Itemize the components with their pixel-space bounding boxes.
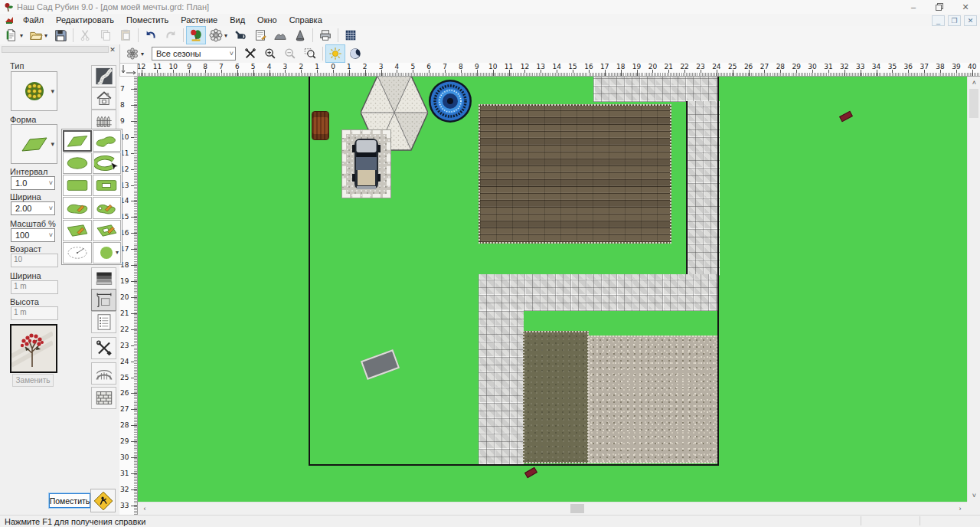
gravel-area[interactable] (588, 336, 718, 463)
terrain-button[interactable] (270, 26, 290, 44)
tools-category-button[interactable] (91, 337, 116, 359)
shape-option-rectangle-hole[interactable] (93, 175, 122, 196)
h-ruler-label: 29 (792, 63, 800, 70)
notes-button[interactable] (250, 26, 270, 44)
menu-place[interactable]: Поместить (120, 15, 175, 25)
path-category-button[interactable] (91, 65, 116, 87)
shape-option-ellipse[interactable] (63, 152, 92, 174)
shape-option-polygon-pencil[interactable] (63, 220, 92, 241)
scale-combo[interactable]: 100 ˅ (11, 228, 55, 242)
copy-button[interactable] (96, 26, 116, 44)
redo-button[interactable] (161, 26, 181, 44)
cone-tree-button[interactable] (290, 26, 310, 44)
day-sun-button[interactable] (325, 44, 345, 63)
shape-option-rectangle[interactable] (63, 175, 92, 196)
panel-close-icon[interactable]: ✕ (108, 45, 117, 54)
age-input[interactable]: 10 (11, 254, 58, 267)
interval-combo[interactable]: 1.0 ˅ (11, 176, 55, 190)
paving-left-column[interactable] (479, 310, 524, 465)
shape-option-freeform-blob[interactable] (93, 130, 122, 152)
panel-grip[interactable] (2, 46, 109, 53)
shape-option-blob-pencil[interactable] (63, 197, 92, 218)
watering-can-button[interactable] (230, 26, 250, 44)
menu-edit[interactable]: Редактировать (50, 15, 120, 25)
vertical-scrollbar[interactable]: ˄ ˅ (967, 77, 980, 502)
plan-canvas[interactable] (138, 77, 967, 502)
h-ruler-label: 4 (395, 63, 400, 70)
menu-window[interactable]: Окно (251, 15, 283, 25)
scroll-up-icon[interactable]: ˄ (968, 78, 980, 87)
new-document-dropdown[interactable]: ▾ (20, 32, 26, 39)
rosette-tool-button[interactable] (206, 26, 226, 44)
list-category-button[interactable] (91, 311, 116, 333)
shape-option-blob-pencil-2[interactable] (93, 197, 122, 218)
construction-sign-button[interactable] (90, 489, 116, 512)
width-combo[interactable]: 2.00 ˅ (11, 201, 55, 215)
scroll-left-icon[interactable]: ‹ (139, 502, 150, 515)
paste-button[interactable] (116, 26, 136, 44)
scroll-right-icon[interactable]: › (955, 502, 965, 515)
tools-crossed-button[interactable] (240, 44, 260, 63)
bench-red-1[interactable] (839, 111, 853, 123)
menu-file[interactable]: Файл (17, 15, 50, 25)
wall-category-button[interactable] (91, 267, 116, 290)
cut-button[interactable] (76, 26, 96, 44)
bridge-category-button[interactable] (91, 362, 116, 385)
menu-view[interactable]: Вид (224, 15, 251, 25)
width2-input[interactable]: 1 m (11, 280, 58, 294)
h-scroll-thumb[interactable] (570, 504, 584, 513)
minimize-button[interactable]: – (900, 0, 926, 14)
bench-gray[interactable] (361, 349, 400, 380)
menu-plant[interactable]: Растение (175, 15, 224, 25)
v-scroll-thumb[interactable] (969, 89, 978, 118)
close-button[interactable]: ✕ (952, 0, 978, 14)
scroll-down-icon[interactable]: ˅ (968, 491, 980, 500)
replace-button[interactable]: Заменить (12, 374, 54, 387)
shape-option-dashed-ellipse[interactable] (63, 242, 92, 264)
wood-deck[interactable] (479, 104, 671, 244)
zoom-region-button[interactable] (300, 44, 320, 63)
paving-horizontal-band[interactable] (479, 274, 718, 311)
horizontal-scrollbar[interactable]: ‹ › (138, 502, 967, 515)
shape-option-polygon-pencil-2[interactable] (93, 220, 122, 241)
season-stamp-dropdown[interactable]: ▾ (141, 51, 147, 57)
mdi-minimize-button[interactable]: _ (932, 15, 945, 26)
mdi-close-button[interactable]: ✕ (964, 15, 977, 26)
night-moon-button[interactable] (345, 44, 365, 63)
season-select[interactable]: Все сезоны ˅ (152, 47, 236, 61)
undo-button[interactable] (141, 26, 161, 44)
mdi-restore-button[interactable]: ❐ (948, 15, 961, 26)
print-button[interactable] (315, 26, 335, 44)
zoom-out-button[interactable] (280, 44, 300, 63)
barrel[interactable] (312, 111, 329, 140)
open-file-button[interactable] (26, 26, 46, 44)
chevron-down-icon: ▾ (51, 140, 54, 148)
type-combo[interactable]: ▾ (11, 71, 57, 111)
lawn-bed[interactable] (523, 331, 589, 463)
open-file-dropdown[interactable]: ▾ (44, 32, 51, 39)
round-pool[interactable] (428, 79, 472, 123)
house-category-button[interactable] (91, 87, 116, 110)
bench-red-2[interactable] (524, 467, 537, 478)
restore-button[interactable] (926, 0, 952, 14)
h-ruler-tick (733, 70, 733, 76)
zoom-in-button[interactable] (260, 44, 280, 63)
rosette-dropdown[interactable]: ▾ (224, 32, 230, 39)
shape-option-circle-dropdown[interactable]: ▾ (93, 242, 122, 264)
height-input[interactable]: 1 m (11, 306, 58, 320)
car-pad[interactable] (342, 130, 390, 198)
paving-right-column[interactable] (686, 101, 720, 276)
save-button[interactable] (51, 26, 70, 44)
paving-top-band[interactable] (593, 77, 719, 102)
shape-option-parallelogram[interactable] (63, 130, 92, 152)
bricks-category-button[interactable] (91, 387, 116, 409)
season-stamp-button[interactable] (122, 44, 142, 63)
dimensions-category-button[interactable] (91, 289, 116, 311)
place-button[interactable]: Поместить (49, 493, 90, 508)
plant-tool-button[interactable] (186, 26, 206, 44)
shape-combo[interactable]: ▾ (11, 124, 57, 164)
shape-option-ellipse-open[interactable] (93, 152, 122, 174)
new-document-button[interactable] (2, 26, 21, 44)
calculator-grid-button[interactable] (341, 26, 361, 44)
menu-help[interactable]: Справка (283, 15, 328, 25)
